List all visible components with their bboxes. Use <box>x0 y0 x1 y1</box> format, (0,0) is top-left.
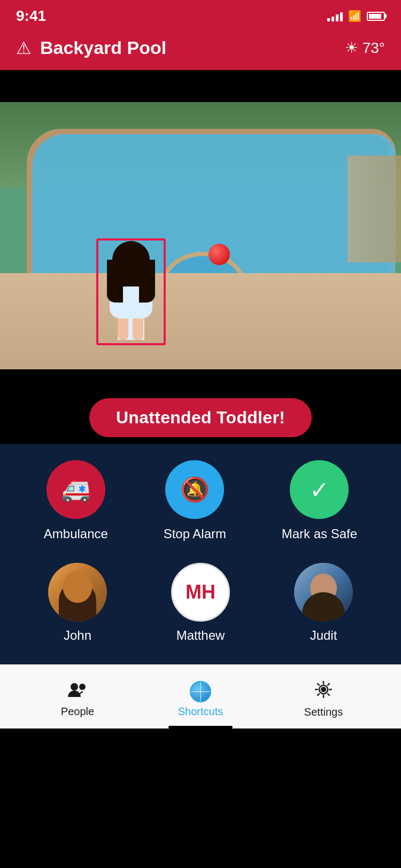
camera-view <box>0 102 401 369</box>
alert-banner: Unattended Toddler! <box>0 391 401 444</box>
matthew-name: Matthew <box>176 628 225 643</box>
status-time: 9:41 <box>16 7 46 25</box>
judit-avatar <box>294 563 353 622</box>
mark-safe-circle[interactable]: ✓ <box>290 460 349 519</box>
ambulance-label: Ambulance <box>44 526 108 541</box>
ambulance-icon: 🚑 <box>61 476 90 503</box>
temperature-display: 73° <box>363 40 385 57</box>
home-indicator <box>168 726 233 728</box>
person-judit[interactable]: Judit <box>294 563 353 643</box>
stop-alarm-circle[interactable]: 🔕 <box>165 460 224 519</box>
matthew-initials: MH <box>186 581 215 603</box>
shortcuts-icon <box>190 681 211 702</box>
bell-slash-icon: 🔕 <box>180 476 210 503</box>
weather-display: ☀ 73° <box>345 39 385 57</box>
matthew-avatar: MH <box>171 563 230 622</box>
nav-item-people[interactable]: People <box>16 676 139 718</box>
alert-pill[interactable]: Unattended Toddler! <box>89 398 312 437</box>
warning-icon: ⚠ <box>16 38 32 58</box>
john-name: John <box>64 628 91 643</box>
status-bar: 9:41 📶 <box>0 0 401 29</box>
camera-bottom-bar <box>0 369 401 391</box>
settings-icon <box>314 680 333 703</box>
action-panel: 🚑 Ambulance 🔕 Stop Alarm ✓ Mark as Safe … <box>0 444 401 664</box>
judit-name: Judit <box>310 628 337 643</box>
shortcuts-nav-label: Shortcuts <box>178 706 223 718</box>
svg-point-0 <box>71 683 78 691</box>
nav-item-shortcuts[interactable]: Shortcuts <box>139 676 262 718</box>
status-icons: 📶 <box>327 10 385 22</box>
red-ball <box>209 244 230 265</box>
people-row: John MH Matthew Judit <box>16 563 385 643</box>
stop-alarm-label: Stop Alarm <box>164 526 226 541</box>
john-avatar <box>48 563 107 622</box>
camera-top-bar <box>0 70 401 102</box>
stop-alarm-action[interactable]: 🔕 Stop Alarm <box>164 460 226 541</box>
check-icon: ✓ <box>310 476 329 503</box>
bottom-navigation: People Shortcuts Settings <box>0 664 401 728</box>
action-buttons-row: 🚑 Ambulance 🔕 Stop Alarm ✓ Mark as Safe <box>16 460 385 541</box>
sun-icon: ☀ <box>345 39 358 57</box>
wifi-icon: 📶 <box>348 10 361 22</box>
svg-point-1 <box>79 684 86 690</box>
signal-icon <box>327 11 343 21</box>
nav-item-settings[interactable]: Settings <box>262 675 385 718</box>
people-icon <box>68 681 87 702</box>
detection-box <box>96 238 166 345</box>
person-matthew[interactable]: MH Matthew <box>171 563 230 643</box>
pool-deck <box>0 273 401 369</box>
battery-icon <box>367 12 385 21</box>
person-john[interactable]: John <box>48 563 107 643</box>
location-title: Backyard Pool <box>40 37 166 58</box>
fence <box>348 156 401 262</box>
settings-nav-label: Settings <box>304 706 343 718</box>
svg-point-2 <box>321 687 326 692</box>
ambulance-action[interactable]: 🚑 Ambulance <box>44 460 108 541</box>
people-nav-label: People <box>61 706 94 718</box>
ambulance-circle[interactable]: 🚑 <box>47 460 105 519</box>
header: ⚠ Backyard Pool ☀ 73° <box>0 29 401 70</box>
mark-safe-action[interactable]: ✓ Mark as Safe <box>282 460 357 541</box>
pool-scene <box>0 102 401 369</box>
mark-safe-label: Mark as Safe <box>282 526 357 541</box>
